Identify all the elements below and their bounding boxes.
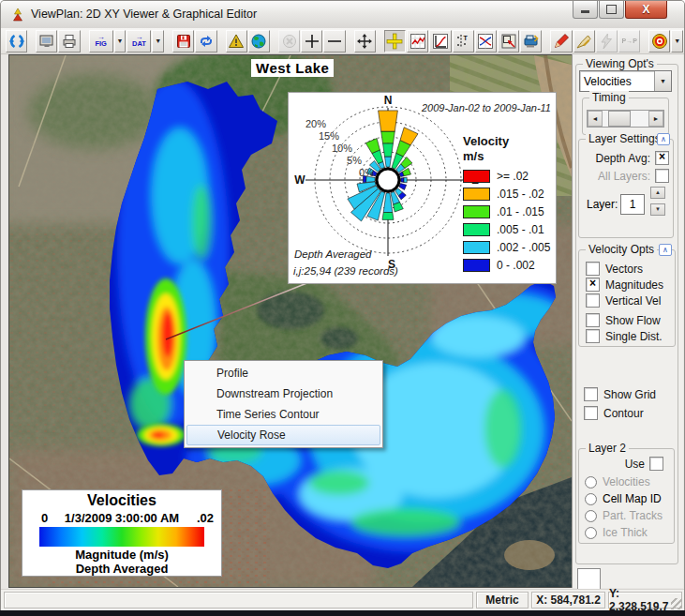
zoom-out-button[interactable]	[323, 30, 345, 53]
velocity-opts-group: Velocity Opts ∧ Vectors ×Magnitudes Vert…	[578, 249, 676, 347]
layer-settings-group: Layer Settings ∧ Depth Avg: × All Layers…	[578, 139, 674, 238]
timing-scrollbar[interactable]: ◄ ►	[587, 110, 664, 128]
crosshair-button[interactable]	[384, 30, 406, 53]
depth-avg-label: Depth Avg:	[596, 152, 651, 165]
cell-map-id-radio[interactable]	[585, 493, 597, 505]
velocity-legend-panel: Velocities 0 1/3/2009 3:00:00 AM .02 Mag…	[22, 489, 222, 577]
resize-grip[interactable]	[671, 598, 682, 609]
chevron-up-icon: ∧	[661, 135, 666, 143]
collapse-velocity-opts-button[interactable]: ∧	[659, 244, 672, 256]
chevron-up-icon: ∧	[663, 246, 668, 254]
legend-title: Velocities	[22, 492, 221, 509]
layer-spin-down-button[interactable]: ▼	[650, 203, 665, 216]
magnitudes-checkbox[interactable]: ×	[586, 278, 600, 292]
ice-thick-radio[interactable]	[585, 527, 597, 539]
print-button[interactable]	[58, 30, 80, 53]
svg-text:T: T	[464, 35, 469, 41]
layer2-label: Layer 2	[586, 442, 629, 455]
map-title-label: West Lake	[251, 59, 334, 77]
layer-label: Layer:	[587, 198, 618, 211]
bin-swatch-green1	[463, 205, 490, 218]
dat-command-button[interactable]: →DAT	[127, 30, 151, 53]
velocities-radio[interactable]	[585, 476, 597, 488]
open-viewer-button[interactable]	[6, 30, 27, 53]
timing-group: Timing ◄ ►	[582, 98, 669, 135]
map-canvas[interactable]: West Lake N S W E 20% 15%	[8, 54, 573, 588]
annotate-button[interactable]: T	[453, 30, 474, 53]
combo-dropdown-button[interactable]: ▼	[654, 71, 671, 91]
deselect-button[interactable]	[278, 30, 300, 53]
bullseye-icon	[651, 33, 668, 50]
all-layers-row: All Layers:	[583, 169, 669, 183]
xy-chart-icon	[477, 33, 494, 50]
fig-icon: →FIG	[95, 34, 107, 48]
vertical-vel-checkbox[interactable]	[586, 293, 600, 308]
show-grid-checkbox[interactable]	[584, 387, 598, 401]
menu-item-time-series-contour[interactable]: Time Series Contour	[186, 404, 380, 425]
depth-avg-checkbox[interactable]: ×	[655, 151, 669, 165]
scrollbar-thumb[interactable]	[608, 111, 631, 127]
triangle-marker-button[interactable]	[226, 30, 247, 53]
magnitudes-row: ×Magnitudes	[586, 278, 663, 292]
contour-label: Contour	[603, 407, 644, 420]
xy-plot-button[interactable]	[475, 30, 497, 53]
minimize-button[interactable]	[573, 1, 598, 19]
layer2-parttracks-label: Part. Tracks	[603, 509, 663, 522]
measure-button[interactable]	[498, 30, 519, 53]
menu-item-downstream-projection[interactable]: Downstream Projection	[186, 383, 380, 404]
layer-number-field[interactable]: 1	[620, 194, 645, 215]
title-bar[interactable]: ViewPlan: 2D XY Viewer & Graphical Edito…	[1, 1, 684, 29]
show-flow-row: Show Flow	[586, 313, 661, 327]
plotter-button[interactable]	[520, 30, 542, 53]
zoom-in-button[interactable]	[301, 30, 322, 53]
capture-screen-button[interactable]	[36, 30, 57, 53]
display-type-select[interactable]: Velocities ▼	[579, 70, 672, 92]
fig-command-button[interactable]: →FIG	[89, 30, 113, 53]
contour-checkbox[interactable]	[584, 406, 598, 420]
color-swatch-box[interactable]	[577, 568, 601, 591]
single-dist-row: Single Dist.	[586, 329, 663, 343]
vertical-vel-row: Vertical Vel	[586, 293, 661, 308]
layer-spin-up-button[interactable]: ▲	[650, 187, 665, 199]
status-bar: Metric X: 584,781.2 Y: 2,328,519.7	[1, 589, 684, 611]
knife-button[interactable]	[573, 30, 595, 53]
scroll-left-button[interactable]: ◄	[588, 111, 603, 127]
display-type-value: Velocities	[580, 75, 654, 88]
refresh-arrows-icon	[198, 33, 215, 50]
globe-icon	[250, 33, 267, 50]
profile-plot-button[interactable]	[429, 30, 451, 53]
dat-dropdown-button[interactable]: ▼	[152, 30, 164, 53]
point-to-point-button[interactable]: P→P	[618, 30, 640, 53]
edit-pencil-button[interactable]	[550, 30, 572, 53]
rose-bin-row: >= .02	[463, 169, 529, 184]
single-dist-checkbox[interactable]	[586, 329, 600, 343]
refresh-button[interactable]	[195, 30, 216, 53]
menu-item-velocity-rose[interactable]: Velocity Rose	[186, 425, 380, 445]
scroll-right-button[interactable]: ►	[648, 111, 663, 127]
contour-row: Contour	[584, 406, 644, 420]
target-button[interactable]	[648, 30, 670, 53]
target-dropdown-button[interactable]: ▼	[671, 30, 683, 53]
time-series-plot-button[interactable]	[407, 30, 428, 53]
save-button[interactable]	[172, 30, 194, 53]
pencil-icon	[553, 33, 570, 50]
blue-arcs-icon	[8, 33, 25, 50]
lightning-button[interactable]	[596, 30, 618, 53]
rose-bin-row: .015 - .02	[463, 187, 544, 202]
maximize-button[interactable]	[599, 1, 624, 19]
rose-date-range: 2009-Jan-02 to 2009-Jan-11	[422, 102, 551, 113]
all-layers-checkbox[interactable]	[655, 169, 669, 183]
close-button[interactable]: X	[625, 1, 667, 19]
pan-button[interactable]	[354, 30, 376, 53]
part-tracks-radio[interactable]	[585, 510, 597, 522]
menu-item-profile[interactable]: Profile	[186, 363, 380, 383]
fig-dropdown-button[interactable]: ▼	[114, 30, 127, 53]
velocity-rose-panel: N S W E 20% 15% 10% 5% 0% 2009-Jan-02 to…	[288, 92, 557, 284]
world-button[interactable]	[248, 30, 270, 53]
layer2-use-checkbox[interactable]	[649, 457, 663, 471]
knife-icon	[575, 33, 592, 50]
vectors-checkbox[interactable]	[586, 262, 600, 276]
bin-swatch-cyan	[463, 241, 490, 254]
collapse-layer-settings-button[interactable]: ∧	[657, 133, 670, 145]
show-flow-checkbox[interactable]	[586, 313, 600, 327]
